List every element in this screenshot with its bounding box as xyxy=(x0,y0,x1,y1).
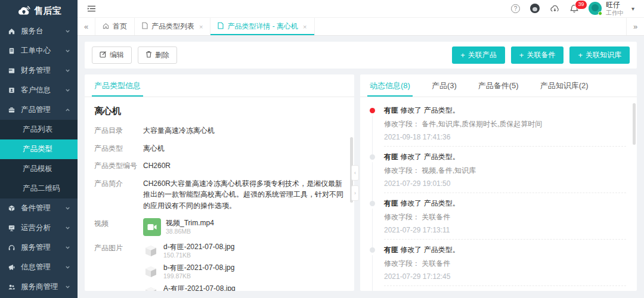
panel-collapse-left-icon[interactable]: ‹ xyxy=(351,165,359,181)
sidebar-subitem-product-template[interactable]: 产品模板 xyxy=(0,159,78,179)
sidebar-item-label: 服务台 xyxy=(21,26,44,36)
sidebar-subitem-product-type[interactable]: 产品类型 xyxy=(0,139,78,159)
timeline-dot xyxy=(370,201,375,206)
field-label: 视频 xyxy=(94,218,143,236)
user-menu[interactable]: 旺仔 工作中 ▾ xyxy=(589,1,634,16)
subitem-label: 产品类型 xyxy=(23,144,52,154)
support-agent-icon[interactable] xyxy=(530,4,540,13)
tab-product-type-list[interactable]: 产品类型列表 × xyxy=(135,18,210,35)
headset-icon xyxy=(7,244,16,252)
sidebar-item-service-mgmt[interactable]: 服务管理 xyxy=(0,238,78,257)
delete-label: 删除 xyxy=(155,50,169,60)
sidebar-subitem-product-qrcode[interactable]: 产品二维码 xyxy=(0,179,78,198)
plus-icon: + xyxy=(519,51,524,59)
clipboard-icon xyxy=(7,47,16,55)
close-icon[interactable]: × xyxy=(199,23,203,30)
change-detail: 修改字段： 备件,知识库,质保期时长,质保起算时间 xyxy=(384,119,626,129)
image-file[interactable]: d-有匪-2021-07-08.jpg 150.71KB xyxy=(143,243,345,259)
timeline-entry: 有匪 修改了 产品类型。 修改字段： 视频,备件,知识库 2021-07-29 … xyxy=(370,152,626,198)
link-knowledge-button[interactable]: +关联知识库 xyxy=(569,46,630,64)
field-label: 产品类型编号 xyxy=(94,160,143,172)
page-tab-bar: « 首页 产品类型列表 × 产品类型详情 - 离心机 × » xyxy=(78,18,644,36)
actor-name: 有匪 xyxy=(384,199,398,207)
tab-products[interactable]: 产品(3) xyxy=(432,80,457,97)
help-icon[interactable]: ? xyxy=(511,4,520,13)
sidebar-item-parts-mgmt[interactable]: 备件管理 xyxy=(0,198,78,218)
main-area: ? 39 旺仔 工作中 ▾ xyxy=(78,0,644,298)
sidebar-item-label: 工单中心 xyxy=(21,46,51,56)
sidebar-item-label: 运营分析 xyxy=(21,223,51,233)
sidebar-item-workorder-center[interactable]: 工单中心 xyxy=(0,41,78,61)
tab-product-type-detail[interactable]: 产品类型详情 - 离心机 × xyxy=(210,18,314,35)
tab-label: 产品类型列表 xyxy=(151,21,194,32)
tab-activity-feed[interactable]: 动态信息(8) xyxy=(370,80,410,97)
timestamp: 2021-07-29 17:12:45 xyxy=(384,272,626,281)
sidebar-item-customer-info[interactable]: 客户信息 xyxy=(0,80,78,100)
tab-product-knowledge[interactable]: 产品知识库(2) xyxy=(540,80,589,97)
tabs-scroll-right-icon[interactable]: » xyxy=(626,18,644,35)
timeline-dot xyxy=(370,247,375,253)
timestamp: 2021-07-29 19:01:50 xyxy=(384,179,626,188)
field-row: 产品类型编号 CH260R xyxy=(94,160,345,172)
image-thumbnail xyxy=(143,243,159,259)
tab-product-type-info[interactable]: 产品类型信息 xyxy=(94,80,141,97)
file-size: 150.71KB xyxy=(163,252,234,259)
product-images-row: 产品图片 d-有匪-2021-07-08.jpg 150.71KB xyxy=(94,243,345,291)
video-row: 视频 视频_Trim.mp4 38.86MB xyxy=(94,218,345,236)
chevron-down-icon xyxy=(65,88,70,93)
sidebar-item-provider-mgmt[interactable]: 服务商管理 xyxy=(0,277,78,297)
field-value: CH260R大容量高速冷冻离心机获得多项专利技术，是湘仪最新推出的一款智能型高校… xyxy=(143,178,345,212)
timeline-rail xyxy=(370,245,384,291)
sidebar-subitem-product-list[interactable]: 产品列表 xyxy=(0,120,78,139)
home-icon xyxy=(7,27,16,36)
cloud-headset-logo-icon xyxy=(17,5,31,16)
sidebar-item-info-mgmt[interactable]: 信息管理 xyxy=(0,257,78,277)
link-parts-button[interactable]: +关联备件 xyxy=(511,46,564,64)
close-icon[interactable]: × xyxy=(303,23,306,30)
change-detail: 修改字段： 关联备件 xyxy=(384,259,626,269)
field-label: 产品目录 xyxy=(94,125,143,136)
sidebar-item-product-mgmt[interactable]: 产品管理 xyxy=(0,100,78,120)
panel-collapse-right-icon[interactable]: › xyxy=(351,185,359,201)
sidebar-item-analytics[interactable]: 运营分析 xyxy=(0,218,78,238)
users-icon xyxy=(7,283,16,291)
chevron-down-icon xyxy=(65,245,70,250)
timeline-rail xyxy=(370,105,384,152)
app-window: 售后宝 服务台 工单中心 财务管理 客户信息 xyxy=(0,0,644,298)
file-name: 视频_Trim.mp4 xyxy=(166,219,214,228)
sidebar-item-label: 财务管理 xyxy=(21,66,51,76)
id-card-icon xyxy=(7,86,16,95)
video-file[interactable]: 视频_Trim.mp4 38.86MB xyxy=(143,218,345,236)
delete-button[interactable]: 删除 xyxy=(138,46,177,64)
right-panel-scrollbar[interactable] xyxy=(633,103,636,145)
notification-bell-icon[interactable]: 39 xyxy=(570,4,578,13)
tabs-scroll-left-icon[interactable]: « xyxy=(78,18,95,35)
right-panel-tabs: 动态信息(8) 产品(3) 产品备件(5) 产品知识库(2) xyxy=(360,74,637,97)
tab-home[interactable]: 首页 xyxy=(95,18,135,35)
chevron-down-icon xyxy=(65,48,70,54)
image-file[interactable]: A-有匪-2021-07-08.jpg 153.42KB xyxy=(143,284,345,291)
trash-icon xyxy=(145,51,152,60)
timeline-entry: 有匪 修改了 产品类型。 修改字段： 关联备件 2021-07-29 17:13… xyxy=(370,198,626,245)
subitem-label: 产品二维码 xyxy=(23,184,60,194)
tab-product-parts[interactable]: 产品备件(5) xyxy=(478,80,519,97)
notification-badge: 39 xyxy=(575,0,587,10)
image-thumbnail xyxy=(143,264,159,280)
sidebar-item-service-desk[interactable]: 服务台 xyxy=(0,21,78,41)
actor-name: 有匪 xyxy=(384,153,398,161)
sidebar-collapse-icon[interactable] xyxy=(87,5,96,13)
link-product-button[interactable]: +关联产品 xyxy=(452,46,505,64)
cloud-download-icon[interactable] xyxy=(550,5,560,13)
top-right-actions: ? 39 旺仔 工作中 ▾ xyxy=(511,1,634,16)
product-type-details: 离心机 产品目录 大容量高速冷冻离心机 产品类型 离心机 产品类型编号 CH26… xyxy=(85,97,354,291)
caret-down-icon[interactable]: ▾ xyxy=(631,5,634,12)
home-icon xyxy=(103,23,109,31)
image-file[interactable]: b-有匪-2021-07-08.jpg 199.87KB xyxy=(143,263,345,280)
plus-icon: + xyxy=(578,51,583,59)
briefcase-icon xyxy=(7,106,16,114)
sidebar-item-finance[interactable]: 财务管理 xyxy=(0,61,78,80)
page-content: 编辑 删除 +关联产品 +关联备件 +关联知识库 产品类型信息 xyxy=(78,36,644,298)
edit-button[interactable]: 编辑 xyxy=(92,46,132,64)
file-size: 199.87KB xyxy=(163,272,234,280)
field-row: 产品简介 CH260R大容量高速冷冻离心机获得多项专利技术，是湘仪最新推出的一款… xyxy=(94,178,345,212)
